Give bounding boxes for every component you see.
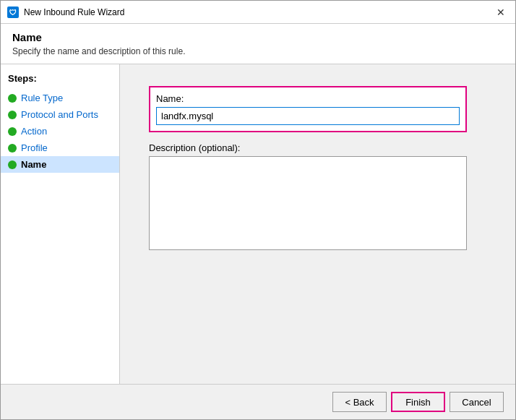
desc-form-group: Description (optional):	[149, 142, 486, 252]
content-area: Steps: Rule Type Protocol and Ports Acti…	[1, 64, 515, 384]
main-panel: Name: Description (optional):	[120, 64, 515, 384]
step-dot-name	[8, 160, 17, 169]
steps-label: Steps:	[1, 73, 119, 90]
sidebar-item-name[interactable]: Name	[1, 156, 119, 173]
sidebar-item-action[interactable]: Action	[1, 123, 119, 140]
main-window: 🛡 New Inbound Rule Wizard ✕ Name Specify…	[0, 0, 516, 420]
header-subtitle: Specify the name and description of this…	[12, 46, 504, 56]
sidebar-item-label-name: Name	[21, 159, 46, 170]
step-dot-protocol	[8, 111, 17, 119]
cancel-button[interactable]: Cancel	[450, 392, 504, 412]
step-dot-action	[8, 127, 17, 136]
sidebar-item-protocol[interactable]: Protocol and Ports	[1, 106, 119, 123]
sidebar-item-label-profile: Profile	[21, 142, 48, 153]
close-button[interactable]: ✕	[492, 4, 509, 21]
sidebar-item-label-action: Action	[21, 126, 47, 137]
back-button[interactable]: < Back	[332, 392, 387, 412]
sidebar-item-rule-type[interactable]: Rule Type	[1, 90, 119, 106]
step-dot-profile	[8, 144, 17, 153]
sidebar: Steps: Rule Type Protocol and Ports Acti…	[1, 64, 120, 384]
title-bar: 🛡 New Inbound Rule Wizard ✕	[1, 1, 515, 24]
name-input[interactable]	[156, 107, 460, 125]
footer: < Back Finish Cancel	[1, 384, 515, 419]
finish-button[interactable]: Finish	[391, 392, 445, 412]
sidebar-item-label-rule-type: Rule Type	[21, 93, 63, 103]
sidebar-item-profile[interactable]: Profile	[1, 140, 119, 156]
name-form-group: Name:	[149, 86, 486, 132]
header-title: Name	[12, 31, 504, 43]
desc-textarea[interactable]	[149, 156, 467, 250]
desc-label: Description (optional):	[149, 142, 486, 153]
name-box-highlight: Name:	[149, 86, 467, 132]
window-icon: 🛡	[7, 6, 20, 19]
name-label: Name:	[156, 93, 460, 104]
sidebar-item-label-protocol: Protocol and Ports	[21, 109, 98, 120]
step-dot-rule-type	[8, 94, 17, 103]
window-title: New Inbound Rule Wizard	[24, 7, 492, 17]
svg-text:🛡: 🛡	[9, 9, 17, 17]
header-section: Name Specify the name and description of…	[1, 24, 515, 64]
